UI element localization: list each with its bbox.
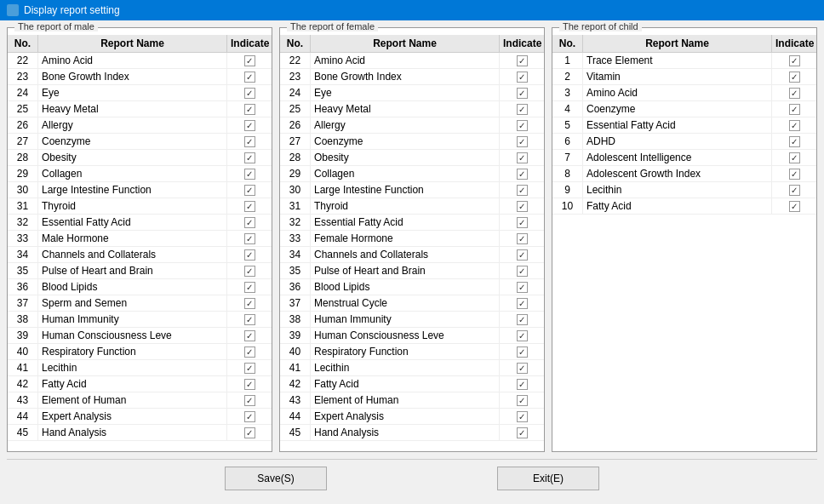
checkbox[interactable] [789, 55, 800, 66]
checkbox[interactable] [517, 185, 528, 196]
checkbox[interactable] [244, 411, 255, 422]
cell-indicate[interactable] [227, 264, 272, 278]
checkbox[interactable] [789, 152, 800, 163]
cell-indicate[interactable] [500, 296, 544, 311]
cell-indicate[interactable] [227, 361, 272, 375]
cell-indicate[interactable] [500, 329, 544, 343]
checkbox[interactable] [517, 249, 528, 261]
checkbox[interactable] [517, 395, 528, 406]
checkbox[interactable] [789, 72, 800, 83]
cell-indicate[interactable] [227, 70, 272, 84]
checkbox[interactable] [517, 72, 528, 83]
checkbox[interactable] [517, 233, 528, 244]
checkbox[interactable] [244, 249, 255, 261]
checkbox[interactable] [517, 330, 528, 341]
cell-indicate[interactable] [227, 167, 272, 181]
cell-indicate[interactable] [227, 410, 272, 424]
checkbox[interactable] [517, 136, 528, 147]
cell-indicate[interactable] [500, 54, 544, 68]
cell-indicate[interactable] [500, 248, 544, 262]
cell-indicate[interactable] [772, 199, 816, 214]
cell-indicate[interactable] [227, 248, 272, 262]
checkbox[interactable] [244, 427, 255, 438]
checkbox[interactable] [244, 201, 255, 212]
checkbox[interactable] [517, 169, 528, 180]
checkbox[interactable] [244, 363, 255, 374]
cell-indicate[interactable] [500, 183, 544, 198]
cell-indicate[interactable] [772, 54, 816, 68]
checkbox[interactable] [517, 88, 528, 99]
cell-indicate[interactable] [227, 86, 272, 100]
cell-indicate[interactable] [772, 86, 816, 100]
cell-indicate[interactable] [227, 215, 272, 230]
cell-indicate[interactable] [772, 151, 816, 165]
cell-indicate[interactable] [227, 151, 272, 165]
checkbox[interactable] [517, 411, 528, 422]
cell-indicate[interactable] [227, 183, 272, 198]
cell-indicate[interactable] [772, 118, 816, 133]
cell-indicate[interactable] [500, 280, 544, 295]
checkbox[interactable] [517, 201, 528, 212]
cell-indicate[interactable] [772, 102, 816, 117]
cell-indicate[interactable] [500, 361, 544, 375]
checkbox[interactable] [244, 104, 255, 115]
cell-indicate[interactable] [500, 264, 544, 278]
checkbox[interactable] [789, 120, 800, 131]
cell-indicate[interactable] [500, 118, 544, 133]
checkbox[interactable] [244, 346, 255, 358]
cell-indicate[interactable] [500, 345, 544, 359]
cell-indicate[interactable] [227, 393, 272, 408]
checkbox[interactable] [244, 217, 255, 228]
cell-indicate[interactable] [500, 135, 544, 149]
cell-indicate[interactable] [227, 426, 272, 440]
checkbox[interactable] [789, 88, 800, 99]
cell-indicate[interactable] [227, 296, 272, 311]
cell-indicate[interactable] [227, 280, 272, 295]
checkbox[interactable] [244, 72, 255, 83]
checkbox[interactable] [244, 379, 255, 390]
checkbox[interactable] [244, 88, 255, 99]
checkbox[interactable] [517, 363, 528, 374]
cell-indicate[interactable] [227, 345, 272, 359]
checkbox[interactable] [244, 120, 255, 131]
cell-indicate[interactable] [772, 70, 816, 84]
exit-button[interactable]: Exit(E) [497, 467, 599, 490]
cell-indicate[interactable] [227, 102, 272, 117]
checkbox[interactable] [517, 379, 528, 390]
cell-indicate[interactable] [772, 135, 816, 149]
checkbox[interactable] [244, 266, 255, 277]
checkbox[interactable] [517, 152, 528, 163]
cell-indicate[interactable] [227, 232, 272, 246]
cell-indicate[interactable] [500, 377, 544, 392]
cell-indicate[interactable] [500, 86, 544, 100]
checkbox[interactable] [789, 201, 800, 212]
checkbox[interactable] [789, 169, 800, 180]
save-button[interactable]: Save(S) [225, 467, 327, 490]
checkbox[interactable] [517, 217, 528, 228]
cell-indicate[interactable] [500, 199, 544, 214]
cell-indicate[interactable] [500, 167, 544, 181]
cell-indicate[interactable] [500, 312, 544, 327]
checkbox[interactable] [244, 330, 255, 341]
cell-indicate[interactable] [772, 183, 816, 198]
cell-indicate[interactable] [500, 70, 544, 84]
cell-indicate[interactable] [227, 377, 272, 392]
checkbox[interactable] [244, 185, 255, 196]
checkbox[interactable] [517, 266, 528, 277]
checkbox[interactable] [517, 427, 528, 438]
checkbox[interactable] [517, 346, 528, 358]
checkbox[interactable] [517, 55, 528, 66]
cell-indicate[interactable] [500, 215, 544, 230]
cell-indicate[interactable] [772, 167, 816, 181]
cell-indicate[interactable] [227, 54, 272, 68]
cell-indicate[interactable] [500, 410, 544, 424]
checkbox[interactable] [244, 395, 255, 406]
cell-indicate[interactable] [500, 102, 544, 117]
checkbox[interactable] [244, 152, 255, 163]
cell-indicate[interactable] [227, 135, 272, 149]
checkbox[interactable] [244, 314, 255, 325]
checkbox[interactable] [244, 55, 255, 66]
cell-indicate[interactable] [500, 151, 544, 165]
checkbox[interactable] [517, 104, 528, 115]
checkbox[interactable] [789, 185, 800, 196]
